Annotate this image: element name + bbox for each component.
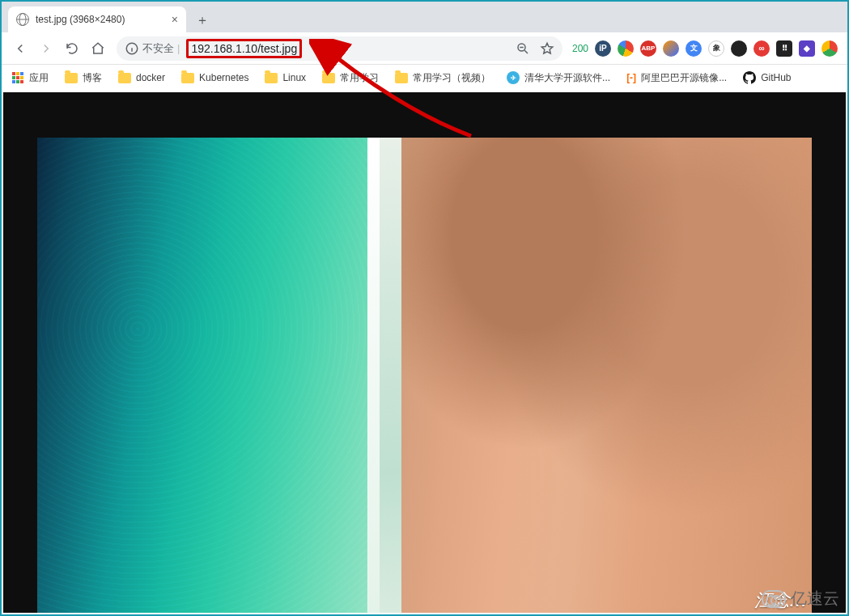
folder-icon bbox=[395, 73, 408, 83]
displayed-image[interactable]: 江念… bbox=[37, 138, 813, 613]
forward-button[interactable] bbox=[34, 36, 58, 61]
info-icon bbox=[125, 41, 139, 56]
evernote-icon[interactable]: 象 bbox=[708, 40, 724, 57]
bookmark-kubernetes[interactable]: Kubernetes bbox=[181, 72, 248, 83]
bookmark-study1[interactable]: 常用学习 bbox=[322, 71, 379, 85]
address-field[interactable]: 不安全 | 192.168.1.10/test.jpg bbox=[117, 36, 562, 61]
content-viewport: 江念… bbox=[3, 92, 846, 613]
folder-icon bbox=[65, 73, 78, 83]
folder-icon bbox=[118, 73, 131, 83]
folder-icon bbox=[322, 73, 335, 83]
bookmark-linux[interactable]: Linux bbox=[265, 72, 306, 83]
svg-rect-13 bbox=[16, 80, 19, 83]
watermark-text: 亿速云 bbox=[791, 588, 839, 610]
wheel-icon[interactable] bbox=[731, 40, 747, 57]
bookmark-github[interactable]: GitHub bbox=[743, 71, 791, 84]
svg-line-4 bbox=[524, 50, 528, 53]
watermark-logo-icon bbox=[762, 590, 786, 608]
new-tab-button[interactable]: ＋ bbox=[186, 8, 219, 32]
svg-rect-7 bbox=[16, 72, 19, 75]
firefox-icon[interactable] bbox=[663, 40, 679, 57]
image-sea-region bbox=[37, 138, 373, 613]
translate-icon[interactable]: 文 bbox=[686, 40, 702, 57]
bookmark-blog[interactable]: 博客 bbox=[65, 71, 102, 85]
url-highlighted: 192.168.1.10/test.jpg bbox=[186, 39, 302, 58]
bookmark-aliyun[interactable]: [-]阿里巴巴开源镜像... bbox=[626, 71, 727, 85]
bookmark-study2[interactable]: 常用学习（视频） bbox=[395, 71, 490, 85]
url-display: 192.168.1.10/test.jpg bbox=[186, 42, 302, 55]
opera-icon[interactable] bbox=[618, 40, 634, 57]
extensions-area: 200 iP ABP 文 象 ∞ ⠿ ◆ bbox=[569, 40, 841, 57]
bookmark-label: 常用学习 bbox=[340, 71, 379, 85]
svg-rect-6 bbox=[12, 72, 15, 75]
folder-icon bbox=[181, 73, 194, 83]
bookmark-label: 阿里巴巴开源镜像... bbox=[641, 71, 727, 85]
sep: | bbox=[177, 42, 180, 54]
bookmark-tsinghua[interactable]: ✈清华大学开源软件... bbox=[507, 71, 610, 85]
bookmarks-bar: 应用 博客 docker Kubernetes Linux 常用学习 常用学习（… bbox=[2, 65, 847, 91]
bookmark-label: docker bbox=[136, 72, 165, 83]
svg-rect-8 bbox=[20, 72, 23, 75]
chrome-icon[interactable] bbox=[821, 40, 838, 57]
bookmark-label: GitHub bbox=[761, 72, 791, 83]
security-label: 不安全 bbox=[142, 41, 174, 56]
status-code-badge: 200 bbox=[572, 43, 588, 54]
apps-label: 应用 bbox=[29, 71, 49, 85]
bookmark-label: Linux bbox=[282, 72, 306, 83]
dice-icon[interactable]: ⠿ bbox=[776, 40, 792, 57]
apps-icon bbox=[11, 71, 24, 84]
image-sand-region: 江念… bbox=[401, 138, 812, 613]
bookmark-docker[interactable]: docker bbox=[118, 72, 165, 83]
image-foam-region bbox=[372, 138, 401, 613]
star-icon[interactable] bbox=[540, 41, 554, 56]
bookmark-label: 博客 bbox=[83, 71, 102, 85]
diamond-icon[interactable]: ◆ bbox=[799, 40, 815, 57]
close-tab-button[interactable]: × bbox=[172, 13, 178, 26]
aliyun-icon: [-] bbox=[626, 72, 636, 83]
tsinghua-icon: ✈ bbox=[507, 71, 520, 84]
bookmark-label: 常用学习（视频） bbox=[413, 71, 490, 85]
github-icon bbox=[743, 71, 756, 84]
svg-rect-12 bbox=[12, 80, 15, 83]
toolbar: 不安全 | 192.168.1.10/test.jpg 200 iP ABP 文… bbox=[2, 32, 847, 65]
folder-icon bbox=[265, 73, 278, 83]
bookmark-label: 清华大学开源软件... bbox=[524, 71, 610, 85]
apps-button[interactable]: 应用 bbox=[11, 71, 49, 85]
svg-rect-11 bbox=[20, 76, 23, 79]
page-watermark: 亿速云 bbox=[762, 588, 839, 610]
tab-strip: test.jpg (3968×2480) × ＋ bbox=[2, 2, 847, 32]
ip-icon[interactable]: iP bbox=[595, 40, 611, 57]
svg-rect-14 bbox=[20, 80, 23, 83]
site-info-button[interactable]: 不安全 | bbox=[125, 41, 180, 56]
svg-rect-9 bbox=[12, 76, 15, 79]
globe-icon bbox=[16, 13, 29, 26]
zoom-icon[interactable] bbox=[516, 41, 530, 56]
tab-title: test.jpg (3968×2480) bbox=[36, 14, 125, 25]
svg-rect-10 bbox=[16, 76, 19, 79]
reload-button[interactable] bbox=[60, 36, 84, 61]
back-button[interactable] bbox=[8, 36, 32, 61]
bookmark-label: Kubernetes bbox=[199, 72, 248, 83]
active-tab[interactable]: test.jpg (3968×2480) × bbox=[8, 6, 186, 32]
home-button[interactable] bbox=[86, 36, 110, 61]
infinity-icon[interactable]: ∞ bbox=[753, 40, 770, 57]
adblock-icon[interactable]: ABP bbox=[640, 40, 656, 57]
